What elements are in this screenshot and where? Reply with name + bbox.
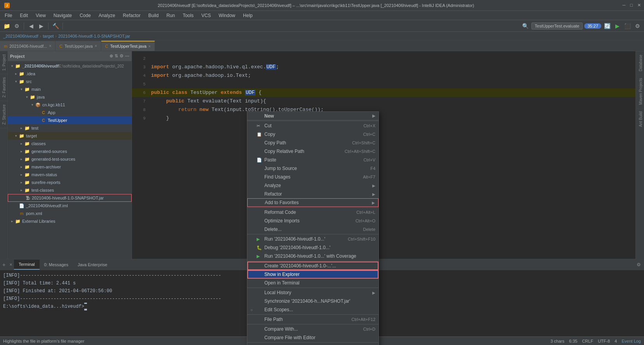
tab-testUpperTest[interactable]: C TestUpperTest.java × bbox=[101, 41, 155, 51]
ctx-item-copy-path[interactable]: Copy Path Ctrl+Shift+C bbox=[247, 139, 378, 147]
tree-item-ext-libs[interactable]: ▸ 📁 External Libraries bbox=[8, 217, 132, 225]
tree-item-maven-status[interactable]: ▸ 📁 maven-status bbox=[8, 171, 132, 179]
add-icon[interactable]: + bbox=[2, 262, 5, 268]
ctx-item-edit-scopes[interactable]: ○ Edit Scopes... bbox=[247, 305, 378, 314]
ctx-item-find-usages[interactable]: Find Usages Alt+F7 bbox=[247, 173, 378, 181]
project-icon-add[interactable]: ⊕ bbox=[109, 54, 113, 59]
right-tab-maven[interactable]: Maven Projects bbox=[636, 75, 644, 108]
menu-help[interactable]: Help bbox=[240, 12, 256, 19]
close-icon[interactable]: × bbox=[9, 262, 12, 267]
menu-edit[interactable]: Edit bbox=[17, 12, 31, 19]
toolbar-forward[interactable]: ▶ bbox=[37, 22, 45, 30]
tree-item-root[interactable]: ▾ 📁 _20210406hiveudf E:\softs\idea_datas… bbox=[8, 62, 132, 70]
menu-code[interactable]: Code bbox=[76, 12, 94, 19]
run-config[interactable]: TestUpperTest.evaluate bbox=[531, 23, 583, 29]
toolbar-run[interactable]: ▶ bbox=[613, 22, 621, 30]
ctx-item-compare-editor[interactable]: Compare File with Editor bbox=[247, 333, 378, 342]
status-event-log[interactable]: Event Log bbox=[621, 339, 641, 343]
tree-item-iml[interactable]: ▸ 📄 _20210406hiveudf.iml bbox=[8, 202, 132, 210]
toolbar-sync[interactable]: 🔄 bbox=[603, 22, 611, 30]
breadcrumb-part-3[interactable]: 20210406-hiveudf-1.0-SNAPSHOT.jar bbox=[58, 34, 130, 38]
toolbar-search[interactable]: 🔍 bbox=[521, 22, 530, 30]
tree-item-package[interactable]: ▾ 📦 cn.kgc.kb11 bbox=[8, 101, 132, 109]
tree-item-target[interactable]: ▾ 📁 target bbox=[8, 132, 132, 140]
status-indent[interactable]: 4 bbox=[614, 339, 617, 343]
right-tab-ant[interactable]: Ant Build bbox=[636, 108, 644, 130]
ctx-item-local-history[interactable]: Local History ▶ bbox=[247, 288, 378, 297]
menu-vcs[interactable]: VCS bbox=[198, 12, 214, 19]
ctx-item-add-favorites[interactable]: Add to Favorites ▶ bbox=[247, 198, 378, 207]
tree-item-test-classes[interactable]: ▸ 📁 test-classes bbox=[8, 186, 132, 194]
menu-tools[interactable]: Tools bbox=[180, 12, 197, 19]
breadcrumb-part-2[interactable]: target bbox=[43, 34, 54, 38]
ctx-item-cut[interactable]: ✂ Cut Ctrl+X bbox=[247, 121, 378, 130]
tree-item-main[interactable]: ▾ 📁 main bbox=[8, 85, 132, 93]
ctx-item-sync[interactable]: Synchronize '20210406-h...NAPSHOT.jar' bbox=[247, 297, 378, 305]
maximize-btn[interactable]: □ bbox=[630, 3, 633, 8]
breadcrumb-part-1[interactable]: _20210406hiveudf bbox=[3, 34, 38, 38]
tree-item-classes[interactable]: ▸ 📁 classes bbox=[8, 140, 132, 147]
tree-item-app[interactable]: ▸ C App bbox=[8, 109, 132, 116]
menu-refactor[interactable]: Refactor bbox=[120, 12, 144, 19]
tree-item-surefire[interactable]: ▸ 📁 surefire-reports bbox=[8, 179, 132, 186]
ctx-item-optimize[interactable]: Optimize Imports Ctrl+Alt+O bbox=[247, 217, 378, 225]
tree-item-jar[interactable]: ▸ 🗜 20210406-hiveudf-1.0-SNAPSHOT.jar bbox=[8, 194, 132, 202]
ctx-item-run[interactable]: ▶ Run '20210406-hiveudf-1.0...' Ctrl+Shi… bbox=[247, 235, 378, 243]
toolbar-back[interactable]: ◀ bbox=[27, 22, 35, 30]
tab-testUpperTest-close[interactable]: × bbox=[148, 44, 151, 49]
menu-file[interactable]: File bbox=[2, 12, 15, 19]
tree-item-test[interactable]: ▸ 📁 test bbox=[8, 124, 132, 132]
ctx-item-copy[interactable]: 📋 Copy Ctrl+C bbox=[247, 130, 378, 139]
tab-testUpper[interactable]: C TestUpper.java × bbox=[56, 41, 101, 51]
bottom-tab-messages[interactable]: 0: Messages bbox=[40, 260, 73, 270]
status-line-sep[interactable]: CRLF bbox=[582, 339, 593, 343]
ctx-item-compare[interactable]: Compare With... Ctrl+D bbox=[247, 325, 378, 333]
toolbar-project-icon[interactable]: 📁 bbox=[2, 22, 11, 30]
ctx-item-show-explorer[interactable]: Show in Explorer bbox=[247, 270, 378, 279]
close-btn[interactable]: ✕ bbox=[637, 3, 641, 8]
panel-tab-project[interactable]: 1: Project bbox=[0, 51, 7, 74]
ctx-item-analyze[interactable]: Analyze ▶ bbox=[247, 181, 378, 190]
project-icon-sync[interactable]: ⇅ bbox=[115, 54, 118, 59]
bottom-icon-gear[interactable]: ⚙ bbox=[637, 262, 641, 267]
tab-testUpper-close[interactable]: × bbox=[95, 44, 97, 48]
ctx-item-refactor[interactable]: Refactor ▶ bbox=[247, 190, 378, 198]
menu-build[interactable]: Build bbox=[145, 12, 162, 19]
ctx-item-copy-rel-path[interactable]: Copy Relative Path Ctrl+Alt+Shift+C bbox=[247, 147, 378, 156]
menu-run[interactable]: Run bbox=[163, 12, 178, 19]
toolbar-stop[interactable]: ⬛ bbox=[623, 22, 632, 30]
menu-view[interactable]: View bbox=[33, 12, 49, 19]
ctx-item-delete[interactable]: Delete... Delete bbox=[247, 225, 378, 234]
tab-maven-close[interactable]: × bbox=[49, 44, 51, 48]
toolbar-settings[interactable]: ⚙ bbox=[633, 22, 642, 30]
panel-tab-favorites[interactable]: 2: Favorites bbox=[0, 74, 7, 101]
bottom-tab-terminal[interactable]: Terminal bbox=[14, 260, 40, 270]
tree-item-src[interactable]: ▾ 📁 src bbox=[8, 78, 132, 85]
ctx-item-paste[interactable]: 📄 Paste Ctrl+V bbox=[247, 156, 378, 164]
panel-tab-structure[interactable]: Z: Structure bbox=[0, 101, 7, 128]
menu-navigate[interactable]: Navigate bbox=[50, 12, 75, 19]
menu-window[interactable]: Window bbox=[215, 12, 238, 19]
ctx-item-create[interactable]: Create '20210406-hiveudf-1.0-...'... bbox=[247, 262, 378, 270]
ctx-item-jump-source[interactable]: Jump to Source F4 bbox=[247, 164, 378, 173]
tree-item-maven-arch[interactable]: ▸ 📁 maven-archiver bbox=[8, 163, 132, 171]
bottom-tab-java-enterprise[interactable]: Java Enterprise bbox=[73, 260, 112, 270]
ctx-item-reformat[interactable]: Reformat Code Ctrl+Alt+L bbox=[247, 208, 378, 217]
bottom-panel-add[interactable]: + bbox=[0, 262, 8, 268]
tree-item-testUpper[interactable]: ▸ C TestUpper bbox=[8, 116, 132, 124]
bottom-panel-close[interactable]: × bbox=[8, 262, 14, 267]
ctx-item-open-terminal[interactable]: Open in Terminal bbox=[247, 279, 378, 287]
status-encoding[interactable]: UTF-8 bbox=[598, 339, 610, 343]
tree-item-pom[interactable]: ▸ m pom.xml bbox=[8, 210, 132, 217]
ctx-item-file-path[interactable]: File Path Ctrl+Alt+F12 bbox=[247, 315, 378, 324]
ctx-item-debug[interactable]: 🐛 Debug '20210406-hiveudf-1.0...' bbox=[247, 243, 378, 252]
project-icon-close[interactable]: — bbox=[125, 54, 129, 59]
ctx-item-run-coverage[interactable]: ▶ Run '20210406-hiveudf-1.0...' with Cov… bbox=[247, 252, 378, 260]
toolbar-icon-1[interactable]: ⚙ bbox=[12, 22, 21, 30]
ctx-item-new[interactable]: New ▶ bbox=[247, 112, 378, 120]
tab-maven[interactable]: m 20210406-hiveudf... × bbox=[0, 41, 56, 51]
minimize-btn[interactable]: ─ bbox=[623, 3, 626, 8]
menu-analyze[interactable]: Analyze bbox=[95, 12, 118, 19]
toolbar-build[interactable]: 🔨 bbox=[51, 22, 60, 30]
right-tab-database[interactable]: Database bbox=[636, 51, 644, 75]
